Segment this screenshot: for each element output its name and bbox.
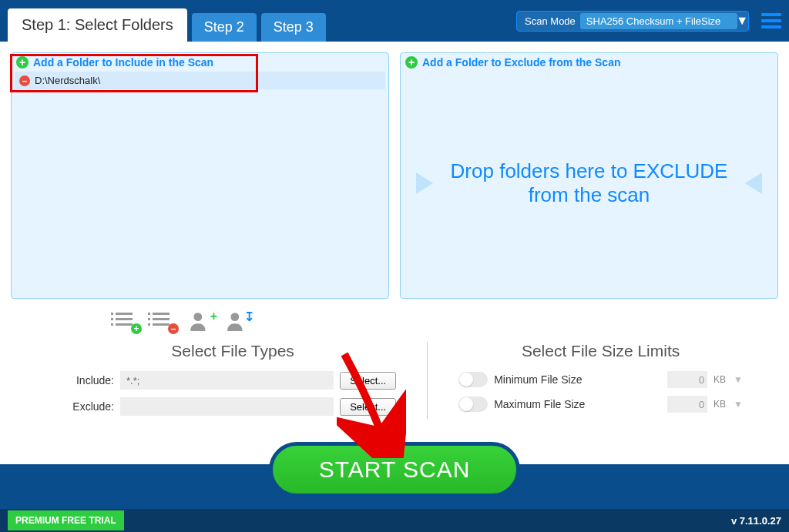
scan-mode-label: Scan Mode bbox=[525, 15, 576, 27]
max-size-label: Maximum File Size bbox=[494, 398, 661, 410]
user-add-icon[interactable]: + bbox=[190, 311, 213, 331]
main: + Add a Folder to Include in the Scan – … bbox=[0, 42, 789, 309]
list-add-icon[interactable]: + bbox=[116, 311, 139, 331]
max-size-toggle[interactable] bbox=[458, 396, 488, 412]
scan-mode-select[interactable]: SHA256 Checksum + FileSize bbox=[580, 13, 738, 29]
start-scan-button[interactable]: START SCAN bbox=[269, 442, 521, 497]
drop-message: Drop folders here to EXCLUDE from the sc… bbox=[441, 159, 737, 207]
folder-path: D:\Nerdschalk\ bbox=[35, 75, 100, 86]
file-size-section: Select File Size Limits Minimum File Siz… bbox=[458, 342, 743, 423]
tab-step1[interactable]: Step 1: Select Folders bbox=[8, 8, 187, 42]
include-select-button[interactable]: Select... bbox=[340, 372, 396, 390]
min-size-label: Minimum File Size bbox=[494, 373, 661, 386]
exclude-label: Exclude: bbox=[69, 400, 114, 413]
arrow-right-icon bbox=[416, 172, 433, 194]
topbar-right: Scan Mode SHA256 Checksum + FileSize ▲▼ bbox=[516, 11, 781, 32]
scan-mode[interactable]: Scan Mode SHA256 Checksum + FileSize ▲▼ bbox=[516, 11, 749, 32]
min-size-toggle[interactable] bbox=[458, 372, 488, 387]
toolbar: + – + ↧ bbox=[0, 311, 789, 331]
minus-icon[interactable]: – bbox=[19, 75, 30, 86]
separator bbox=[427, 342, 428, 419]
file-size-title: Select File Size Limits bbox=[458, 342, 743, 360]
add-include-folder[interactable]: + Add a Folder to Include in the Scan bbox=[12, 53, 388, 72]
user-import-icon[interactable]: ↧ bbox=[227, 311, 250, 331]
include-panel: + Add a Folder to Include in the Scan – … bbox=[11, 52, 389, 299]
include-input[interactable] bbox=[120, 371, 334, 390]
add-include-label: Add a Folder to Include in the Scan bbox=[33, 56, 213, 69]
exclude-select-button[interactable]: Select... bbox=[340, 398, 396, 416]
tabs: Step 1: Select Folders Step 2 Step 3 bbox=[8, 0, 326, 42]
exclude-input[interactable] bbox=[120, 397, 334, 416]
include-label: Include: bbox=[69, 374, 114, 386]
svg-point-1 bbox=[230, 313, 239, 321]
min-size-unit: KB bbox=[713, 374, 727, 385]
filters: Select File Types Include: Select... Exc… bbox=[0, 342, 789, 423]
plus-icon: + bbox=[405, 56, 418, 69]
min-size-input[interactable] bbox=[667, 371, 707, 388]
max-size-unit: KB bbox=[713, 399, 727, 410]
list-remove-icon[interactable]: – bbox=[153, 311, 176, 331]
topbar: Step 1: Select Folders Step 2 Step 3 Sca… bbox=[0, 0, 789, 42]
start-scan-wrap: START SCAN bbox=[0, 442, 789, 497]
version-label: v 7.11.0.27 bbox=[731, 515, 781, 527]
plus-icon: + bbox=[16, 56, 29, 69]
tab-step3[interactable]: Step 3 bbox=[261, 13, 326, 42]
folder-row[interactable]: – D:\Nerdschalk\ bbox=[15, 72, 385, 89]
drop-zone[interactable]: Drop folders here to EXCLUDE from the sc… bbox=[401, 72, 777, 295]
chevron-down-icon[interactable]: ▼ bbox=[734, 374, 743, 385]
max-size-input[interactable] bbox=[667, 396, 707, 413]
file-types-section: Select File Types Include: Select... Exc… bbox=[69, 342, 396, 423]
svg-point-0 bbox=[193, 313, 202, 321]
tab-step2[interactable]: Step 2 bbox=[192, 13, 257, 42]
menu-icon[interactable] bbox=[761, 13, 781, 28]
trial-badge[interactable]: PREMIUM FREE TRIAL bbox=[8, 510, 124, 530]
footer: PREMIUM FREE TRIAL v 7.11.0.27 bbox=[0, 509, 789, 532]
chevron-down-icon[interactable]: ▼ bbox=[734, 399, 743, 410]
file-types-title: Select File Types bbox=[69, 342, 396, 360]
exclude-panel: + Add a Folder to Exclude from the Scan … bbox=[400, 52, 778, 299]
arrow-left-icon bbox=[745, 172, 762, 194]
add-exclude-folder[interactable]: + Add a Folder to Exclude from the Scan bbox=[401, 53, 777, 72]
add-exclude-label: Add a Folder to Exclude from the Scan bbox=[422, 56, 620, 69]
